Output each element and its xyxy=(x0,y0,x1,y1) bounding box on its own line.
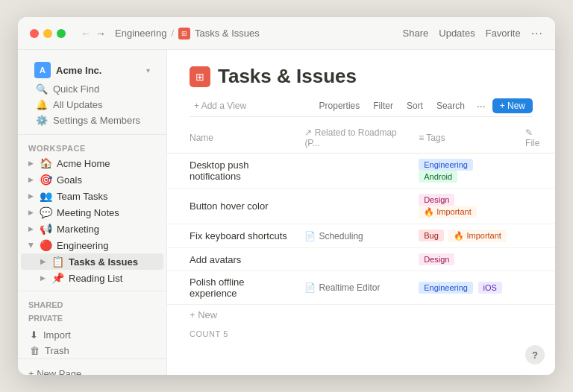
table-row[interactable]: Button hover color Design 🔥 Important xyxy=(167,189,555,224)
tag-engineering[interactable]: Engineering xyxy=(419,282,473,294)
forward-arrow[interactable]: → xyxy=(96,28,106,39)
chevron-icon: ▶ xyxy=(28,159,34,167)
updates-button[interactable]: Updates xyxy=(439,28,475,39)
item-emoji: 🎯 xyxy=(40,174,52,186)
row-file xyxy=(518,248,555,271)
chevron-icon: ▶ xyxy=(40,274,46,282)
col-file-header[interactable]: ✎ File xyxy=(518,123,555,154)
tag-ios[interactable]: iOS xyxy=(478,282,502,294)
breadcrumb-engineering[interactable]: Engineering xyxy=(115,28,166,39)
favorite-button[interactable]: Favorite xyxy=(486,28,521,39)
back-arrow[interactable]: ← xyxy=(81,28,91,39)
sidebar-item-tasks-issues[interactable]: ▶ 📋 Tasks & Issues xyxy=(21,253,163,270)
maximize-button[interactable] xyxy=(57,29,66,38)
trash-item[interactable]: 🗑 Trash xyxy=(21,343,163,358)
new-record-button[interactable]: + New xyxy=(492,98,533,113)
page-title-row: ⊞ Tasks & Issues xyxy=(190,65,533,88)
trash-label: Trash xyxy=(45,345,69,356)
nav-item-label: Engineering xyxy=(57,240,108,251)
titlebar: ← → Engineering / ⊞ Tasks & Issues Share… xyxy=(18,17,555,50)
table-row[interactable]: Fix keyboard shortcuts 📄 Scheduling Bug xyxy=(167,224,555,248)
toolbar-more-button[interactable]: ··· xyxy=(473,98,489,113)
settings-label: Settings & Members xyxy=(53,115,140,126)
table-container: Name ↗ Related to Roadmap (P... ≡ Tags ✎… xyxy=(167,123,555,375)
all-updates-item[interactable]: 🔔 All Updates xyxy=(27,97,157,113)
content-area: ⊞ Tasks & Issues + Add a View Properties… xyxy=(167,50,555,375)
share-button[interactable]: Share xyxy=(403,28,429,39)
workspace-label: Acme Inc. xyxy=(56,65,101,76)
item-emoji: 📋 xyxy=(51,256,64,268)
row-name: Polish offline experience xyxy=(167,271,297,305)
help-button[interactable]: ? xyxy=(525,345,545,364)
add-view-button[interactable]: + Add a View xyxy=(190,98,251,113)
col-related-header[interactable]: ↗ Related to Roadmap (P... xyxy=(297,123,411,154)
minimize-button[interactable] xyxy=(43,29,52,38)
row-file xyxy=(518,271,555,305)
row-tags: Engineering iOS xyxy=(411,271,518,305)
page-icon: ⊞ xyxy=(190,66,210,87)
filter-label: Filter xyxy=(373,101,393,111)
col-name-header[interactable]: Name xyxy=(167,123,297,154)
row-name: Button hover color xyxy=(167,189,297,224)
row-related: 📄 Scheduling xyxy=(297,224,411,248)
search-button[interactable]: Search xyxy=(431,98,470,113)
workspace-name-item[interactable]: A Acme Inc. ▾ xyxy=(27,59,157,81)
filter-button[interactable]: Filter xyxy=(368,98,398,113)
tag-important[interactable]: 🔥 Important xyxy=(448,230,507,242)
sidebar-item-acme-home[interactable]: ▶ 🏠 Acme Home xyxy=(21,155,163,171)
chevron-icon: ▶ xyxy=(40,258,46,265)
table-row[interactable]: Desktop push notifications Engineering A… xyxy=(167,154,555,189)
new-page-label: + New Page xyxy=(28,368,81,375)
chevron-icon: ▶ xyxy=(28,209,34,216)
row-tags: Bug 🔥 Important xyxy=(411,224,518,248)
breadcrumb-separator: / xyxy=(171,28,174,39)
related-doc-label: Realtime Editor xyxy=(319,282,380,293)
trash-icon: 🗑 xyxy=(30,345,40,356)
properties-button[interactable]: Properties xyxy=(314,98,366,113)
row-related xyxy=(297,154,411,189)
item-emoji: 📌 xyxy=(51,272,64,284)
sidebar-workspace-header: A Acme Inc. ▾ 🔍 Quick Find 🔔 All Updates… xyxy=(18,56,166,135)
sidebar-item-reading-list[interactable]: ▶ 📌 Reading List xyxy=(21,270,163,286)
breadcrumb-current: Tasks & Issues xyxy=(195,28,260,39)
col-tags-header[interactable]: ≡ Tags xyxy=(411,123,518,154)
import-item[interactable]: ⬇ Import xyxy=(21,327,163,343)
more-options-button[interactable]: ··· xyxy=(531,27,543,40)
workspace-section-label: WORKSPACE xyxy=(18,138,166,155)
tag-important[interactable]: 🔥 Important xyxy=(419,206,477,218)
sidebar-item-goals[interactable]: ▶ 🎯 Goals xyxy=(21,171,163,188)
close-button[interactable] xyxy=(30,29,39,38)
new-page-button[interactable]: + New Page xyxy=(24,365,160,375)
row-name: Fix keyboard shortcuts xyxy=(167,224,297,248)
item-emoji: 🏠 xyxy=(40,157,52,169)
row-related: 📄 Realtime Editor xyxy=(297,271,411,305)
tag-design[interactable]: Design xyxy=(419,253,454,265)
table-row[interactable]: Add avatars Design xyxy=(167,248,555,271)
sidebar-item-engineering[interactable]: ▶ 🔴 Engineering xyxy=(21,237,163,253)
row-tags: Engineering Android xyxy=(411,154,518,189)
chevron-icon: ▶ xyxy=(28,243,35,248)
count-value: 5 xyxy=(223,329,228,338)
tag-design[interactable]: Design xyxy=(419,194,454,206)
sidebar-item-team-tasks[interactable]: ▶ 👥 Team Tasks xyxy=(21,188,163,204)
quick-find-item[interactable]: 🔍 Quick Find xyxy=(27,81,157,97)
nav-item-label: Tasks & Issues xyxy=(69,256,138,268)
sort-button[interactable]: Sort xyxy=(401,98,428,113)
settings-item[interactable]: ⚙️ Settings & Members xyxy=(27,113,157,128)
add-row-button[interactable]: + New xyxy=(167,305,555,325)
sidebar-item-marketing[interactable]: ▶ 📢 Marketing xyxy=(21,221,163,237)
sidebar: A Acme Inc. ▾ 🔍 Quick Find 🔔 All Updates… xyxy=(18,50,167,375)
tag-android[interactable]: Android xyxy=(419,171,457,183)
row-file xyxy=(518,224,555,248)
tag-engineering[interactable]: Engineering xyxy=(419,159,473,171)
bell-icon: 🔔 xyxy=(36,99,48,110)
table-row[interactable]: Polish offline experience 📄 Realtime Edi… xyxy=(167,271,555,305)
traffic-lights xyxy=(30,29,66,38)
search-label: Search xyxy=(436,101,465,111)
tag-bug[interactable]: Bug xyxy=(419,230,444,241)
nav-item-label: Reading List xyxy=(69,273,122,284)
sort-label: Sort xyxy=(407,101,423,111)
page-icon-small: ⊞ xyxy=(178,28,190,39)
item-emoji: 📢 xyxy=(40,223,52,235)
sidebar-item-meeting-notes[interactable]: ▶ 💬 Meeting Notes xyxy=(21,204,163,221)
